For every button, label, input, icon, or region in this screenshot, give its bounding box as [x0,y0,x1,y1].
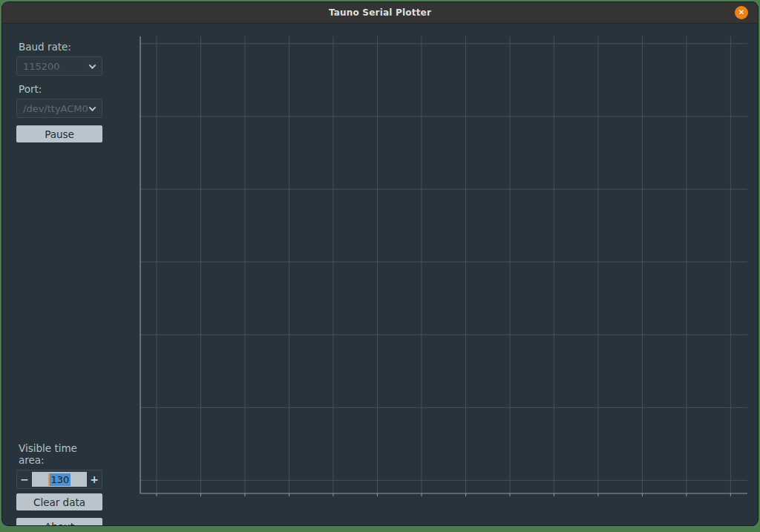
port-value: /dev/ttyACM0 [23,103,88,114]
pause-button[interactable]: Pause [16,125,102,142]
app-window: Tauno Serial Plotter ✕ Baud rate: 115200… [2,2,758,525]
visible-time-label: Visible time area: [19,442,105,466]
gridlines [140,36,747,493]
plot-canvas [2,24,758,525]
close-button[interactable]: ✕ [735,6,748,19]
clear-data-button[interactable]: Clear data [16,493,102,510]
decrement-button[interactable]: − [17,473,32,485]
baud-rate-select[interactable]: 115200 [16,56,102,76]
chevron-down-icon [89,104,96,111]
chevron-down-icon [89,62,96,69]
visible-time-input[interactable]: 130 [32,472,87,487]
visible-time-stepper: − 130 + [16,470,102,489]
increment-button[interactable]: + [87,473,102,485]
window-title: Tauno Serial Plotter [329,7,431,18]
desktop-frame: Tauno Serial Plotter ✕ Baud rate: 115200… [0,0,760,532]
content-area: Baud rate: 115200 Port: /dev/ttyACM0 Pau… [2,24,758,525]
titlebar[interactable]: Tauno Serial Plotter ✕ [2,2,758,24]
baud-rate-value: 115200 [23,61,60,72]
axes [140,36,747,496]
about-button[interactable]: About [16,518,102,525]
close-icon: ✕ [738,9,744,16]
port-label: Port: [19,83,105,95]
port-select[interactable]: /dev/ttyACM0 [16,99,102,118]
visible-time-value: 130 [48,473,71,486]
sidebar: Baud rate: 115200 Port: /dev/ttyACM0 Pau… [16,24,105,525]
baud-rate-label: Baud rate: [19,41,105,53]
